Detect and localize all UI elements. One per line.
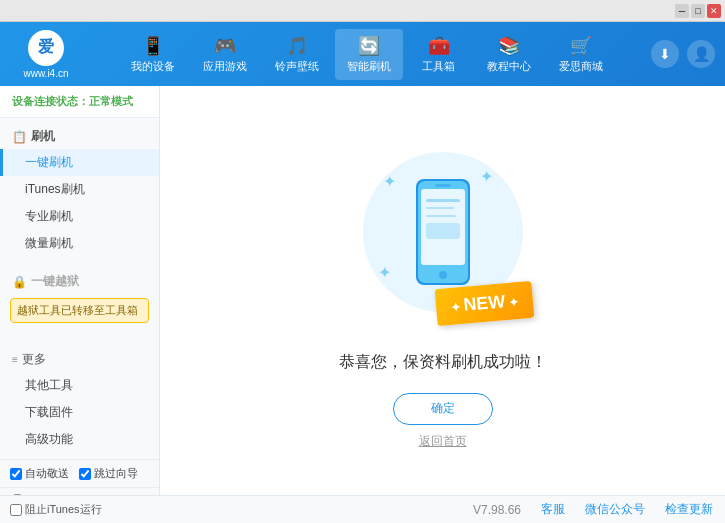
svg-rect-4: [435, 184, 451, 187]
auto-submit-input[interactable]: [10, 468, 22, 480]
phone-illustration: [408, 177, 478, 287]
smart-flash-label: 智能刷机: [347, 59, 391, 74]
sidebar-item-other-tools[interactable]: 其他工具: [0, 372, 159, 399]
svg-rect-5: [426, 199, 460, 202]
status-label: 设备连接状态：: [12, 95, 89, 107]
device-icon: 📱: [10, 494, 25, 495]
more-icon: ≡: [12, 354, 18, 365]
logo-icon: 爱: [28, 30, 64, 66]
nav-item-my-device[interactable]: 📱 我的设备: [119, 29, 187, 80]
confirm-button[interactable]: 确定: [393, 393, 493, 425]
apps-icon: 🎮: [214, 35, 236, 57]
nav-item-apps[interactable]: 🎮 应用游戏: [191, 29, 259, 80]
sidebar-item-advanced[interactable]: 高级功能: [0, 426, 159, 453]
svg-point-3: [439, 271, 447, 279]
success-message: 恭喜您，保资料刷机成功啦！: [339, 352, 547, 373]
toolbox-label: 工具箱: [422, 59, 455, 74]
jailbreak-section: 🔒 一键越狱 越狱工具已转移至工具箱: [0, 263, 159, 333]
sparkle-1: ✦: [383, 172, 396, 191]
svg-rect-7: [426, 215, 456, 217]
main-area: 设备连接状态：正常模式 📋 刷机 一键刷机 iTunes刷机 专业刷机 微量刷机…: [0, 86, 725, 495]
sidebar-item-pro-flash[interactable]: 专业刷机: [0, 203, 159, 230]
success-illustration: ✦ ✦ ✦: [343, 132, 543, 332]
status-value: 正常模式: [89, 95, 133, 107]
skip-wizard-checkbox[interactable]: 跳过向导: [79, 466, 138, 481]
itunes-input[interactable]: [10, 504, 22, 516]
auto-submit-checkbox[interactable]: 自动敬送: [10, 466, 69, 481]
smart-flash-icon: 🔄: [358, 35, 380, 57]
flash-group-label: 📋 刷机: [0, 124, 159, 149]
version-label: V7.98.66: [473, 503, 521, 517]
mall-label: 爱思商城: [559, 59, 603, 74]
update-link[interactable]: 检查更新: [665, 501, 713, 518]
maximize-button[interactable]: □: [691, 4, 705, 18]
svg-rect-8: [426, 223, 460, 239]
bottom-status: V7.98.66 客服 微信公众号 检查更新: [160, 501, 725, 518]
bottom-bar: 阻止iTunes运行 V7.98.66 客服 微信公众号 检查更新: [0, 495, 725, 523]
logo: 爱 www.i4.cn: [10, 30, 82, 79]
nav-bar: 📱 我的设备 🎮 应用游戏 🎵 铃声壁纸 🔄 智能刷机 🧰 工具箱 📚 教程中心…: [92, 29, 641, 80]
ringtone-icon: 🎵: [286, 35, 308, 57]
logo-text: www.i4.cn: [23, 68, 68, 79]
tutorial-label: 教程中心: [487, 59, 531, 74]
device-name: 📱 iPhone 12 mini: [10, 494, 149, 495]
user-button[interactable]: 👤: [687, 40, 715, 68]
mall-icon: 🛒: [570, 35, 592, 57]
content-area: ✦ ✦ ✦: [160, 86, 725, 495]
skip-wizard-input[interactable]: [79, 468, 91, 480]
titlebar: ─ □ ✕: [0, 0, 725, 22]
header-right-buttons: ⬇ 👤: [651, 40, 715, 68]
sidebar: 设备连接状态：正常模式 📋 刷机 一键刷机 iTunes刷机 专业刷机 微量刷机…: [0, 86, 160, 495]
service-link[interactable]: 客服: [541, 501, 565, 518]
more-section: ≡ 更多 其他工具 下载固件 高级功能: [0, 341, 159, 459]
sidebar-item-itunes-flash[interactable]: iTunes刷机: [0, 176, 159, 203]
nav-item-toolbox[interactable]: 🧰 工具箱: [407, 29, 471, 80]
tutorial-icon: 📚: [498, 35, 520, 57]
download-button[interactable]: ⬇: [651, 40, 679, 68]
my-device-icon: 📱: [142, 35, 164, 57]
apps-label: 应用游戏: [203, 59, 247, 74]
sparkle-3: ✦: [378, 263, 391, 282]
sidebar-item-download-firmware[interactable]: 下载固件: [0, 399, 159, 426]
wechat-link[interactable]: 微信公众号: [585, 501, 645, 518]
flash-section: 📋 刷机 一键刷机 iTunes刷机 专业刷机 微量刷机: [0, 118, 159, 263]
svg-rect-6: [426, 207, 454, 209]
my-device-label: 我的设备: [131, 59, 175, 74]
nav-item-ringtone[interactable]: 🎵 铃声壁纸: [263, 29, 331, 80]
sidebar-item-one-click-flash[interactable]: 一键刷机: [0, 149, 159, 176]
sparkle-2: ✦: [480, 167, 493, 186]
close-button[interactable]: ✕: [707, 4, 721, 18]
header: 爱 www.i4.cn 📱 我的设备 🎮 应用游戏 🎵 铃声壁纸 🔄 智能刷机 …: [0, 22, 725, 86]
itunes-section: 阻止iTunes运行: [0, 502, 160, 517]
device-info: 📱 iPhone 12 mini 64GB Down-12mini-13,1: [0, 487, 159, 495]
nav-item-mall[interactable]: 🛒 爱思商城: [547, 29, 615, 80]
flash-group-icon: 📋: [12, 130, 27, 144]
more-group-label: ≡ 更多: [0, 347, 159, 372]
jailbreak-group-label: 🔒 一键越狱: [0, 269, 159, 294]
jailbreak-warning: 越狱工具已转移至工具箱: [10, 298, 149, 323]
return-link[interactable]: 返回首页: [419, 433, 467, 450]
toolbox-icon: 🧰: [428, 35, 450, 57]
lock-icon: 🔒: [12, 275, 27, 289]
sidebar-item-screen-flash[interactable]: 微量刷机: [0, 230, 159, 257]
nav-item-smart-flash[interactable]: 🔄 智能刷机: [335, 29, 403, 80]
connection-status: 设备连接状态：正常模式: [0, 86, 159, 118]
new-badge: NEW: [434, 280, 534, 325]
nav-item-tutorial[interactable]: 📚 教程中心: [475, 29, 543, 80]
itunes-checkbox[interactable]: 阻止iTunes运行: [10, 502, 102, 517]
sidebar-checkboxes: 自动敬送 跳过向导: [0, 459, 159, 487]
ringtone-label: 铃声壁纸: [275, 59, 319, 74]
minimize-button[interactable]: ─: [675, 4, 689, 18]
